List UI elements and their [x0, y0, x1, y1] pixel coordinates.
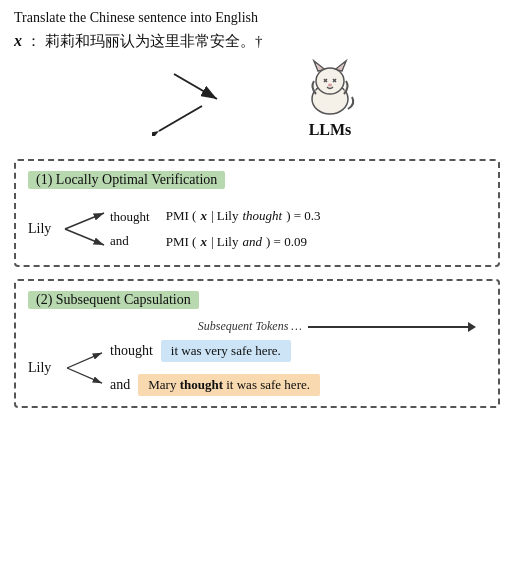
result2-bold: thought	[180, 377, 223, 392]
pmi2-x: x	[200, 234, 207, 250]
section2-box: (2) Subsequent Capsulation Subsequent To…	[14, 279, 500, 408]
section2-branch-svg	[60, 342, 110, 394]
arrow-from-llm	[152, 101, 207, 140]
pmi1-bar: | Lily	[211, 208, 239, 224]
pmi1-prefix: PMI (	[166, 208, 197, 224]
x-variable: x	[14, 32, 22, 50]
subsequent-tokens-row: Subsequent Tokens …	[28, 319, 486, 334]
llm-area: LLMs	[14, 59, 500, 149]
section2-header: (2) Subsequent Capsulation	[28, 291, 199, 309]
section2-result-row-1: thought it was very safe here.	[110, 340, 320, 362]
section2-branch-word-2: and	[110, 377, 130, 393]
svg-point-14	[328, 84, 332, 87]
llm-figure: LLMs	[300, 59, 360, 139]
section1-box: (1) Locally Optimal Verification Lily th…	[14, 159, 500, 267]
svg-line-3	[159, 106, 202, 131]
section2-branch-area: Lily thought it was very safe here. and	[28, 340, 486, 396]
pmi2-bar: | Lily	[211, 234, 239, 250]
section1-header: (1) Locally Optimal Verification	[28, 171, 225, 189]
section1-branch-word-2: and	[110, 233, 150, 249]
llm-cat-icon	[300, 59, 360, 117]
result-box-2: Mary thought it was safe here.	[138, 374, 320, 396]
result-box-1: it was very safe here.	[161, 340, 291, 362]
svg-line-18	[65, 229, 104, 245]
svg-line-22	[67, 368, 102, 383]
subsequent-tokens-arrow	[308, 322, 476, 332]
pmi2-word: and	[242, 234, 262, 250]
colon: ：	[26, 32, 41, 51]
section1-branch-word-1: thought	[110, 209, 150, 225]
llm-label: LLMs	[309, 121, 352, 139]
pmi1-x: x	[200, 208, 207, 224]
section1-pmi-area: PMI ( x | Lily thought ) = 0.3 PMI ( x |…	[166, 208, 321, 250]
pmi2-suffix: ) = 0.09	[266, 234, 307, 250]
svg-line-17	[65, 213, 104, 229]
pmi1-suffix: ) = 0.3	[286, 208, 320, 224]
section2-branch-words: thought it was very safe here. and Mary …	[110, 340, 320, 396]
translate-instruction: Translate the Chinese sentence into Engl…	[14, 10, 500, 26]
svg-line-21	[67, 353, 102, 368]
section1-pmi2: PMI ( x | Lily and ) = 0.09	[166, 234, 321, 250]
subsequent-tokens-label: Subsequent Tokens …	[198, 319, 302, 334]
result2-prefix: Mary	[148, 377, 179, 392]
chinese-text: 莉莉和玛丽认为这里非常安全。†	[45, 32, 263, 51]
pmi1-word: thought	[242, 208, 282, 224]
section1-branch-area: Lily thought and PMI ( x	[28, 203, 486, 255]
section1-pmi1: PMI ( x | Lily thought ) = 0.3	[166, 208, 321, 224]
svg-line-1	[174, 74, 217, 99]
chinese-sentence: x ： 莉莉和玛丽认为这里非常安全。†	[14, 32, 500, 51]
section1-branch-svg	[60, 203, 110, 255]
pmi2-prefix: PMI (	[166, 234, 197, 250]
section2-branch-word-1: thought	[110, 343, 153, 359]
section1-lily-label: Lily	[28, 221, 56, 237]
top-section: Translate the Chinese sentence into Engl…	[14, 10, 500, 149]
result2-suffix: it was safe here.	[223, 377, 310, 392]
section2-result-row-2: and Mary thought it was safe here.	[110, 374, 320, 396]
section2-lily-label: Lily	[28, 360, 56, 376]
svg-point-5	[316, 68, 344, 94]
section1-branch-words: thought and	[110, 209, 150, 249]
